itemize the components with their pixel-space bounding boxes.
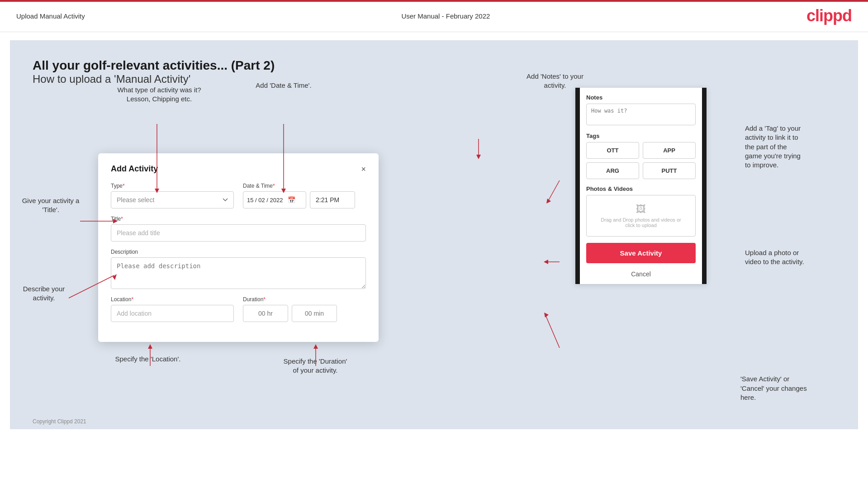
svg-marker-21 bbox=[544, 313, 549, 317]
annotation-title: Give your activity a 'Title'. bbox=[17, 196, 85, 215]
duration-hr-input[interactable] bbox=[243, 305, 288, 322]
photos-section: Photos & Videos 🖼 Drag and Drop photos a… bbox=[586, 185, 696, 237]
type-select[interactable]: Please select bbox=[111, 191, 234, 208]
modal-header: Add Activity × bbox=[111, 164, 366, 174]
annotation-tag: Add a 'Tag' to your activity to link it … bbox=[745, 124, 844, 170]
notes-section-label: Notes bbox=[586, 94, 696, 101]
location-label: Location* bbox=[111, 296, 234, 303]
annotation-activity-type: What type of activity was it? Lesson, Ch… bbox=[114, 85, 204, 104]
svg-line-20 bbox=[546, 316, 560, 348]
notes-textarea[interactable] bbox=[586, 104, 696, 125]
modal-title: Add Activity bbox=[111, 164, 158, 174]
page-title-block: All your golf-relevant activities... (Pa… bbox=[33, 58, 835, 85]
phone-content: Notes Tags OTT APP ARG PUTT Photos & Vid… bbox=[580, 88, 702, 280]
tags-grid: OTT APP ARG PUTT bbox=[586, 142, 696, 179]
upload-label: Upload Manual Activity bbox=[16, 12, 85, 20]
type-label: Type* bbox=[111, 183, 234, 189]
annotation-duration: Specify the 'Duration' of your activity. bbox=[263, 357, 367, 375]
duration-min-input[interactable] bbox=[292, 305, 337, 322]
calendar-icon: 📅 bbox=[288, 196, 295, 204]
type-datetime-row: Type* Please select Date & Time* 15 / 02… bbox=[111, 183, 366, 208]
svg-marker-9 bbox=[148, 344, 152, 349]
tag-arg[interactable]: ARG bbox=[586, 162, 639, 179]
photo-icon: 🖼 bbox=[591, 204, 691, 215]
annotation-save-cancel: 'Save Activity' or 'Cancel' your changes… bbox=[740, 374, 849, 402]
title-label: Title* bbox=[111, 216, 366, 222]
footer: Copyright Clippd 2021 bbox=[33, 418, 86, 425]
page-title-main: All your golf-relevant activities... (Pa… bbox=[33, 58, 835, 73]
annotation-describe: Describe your activity. bbox=[10, 284, 78, 303]
logo: clippd bbox=[806, 6, 852, 25]
duration-inputs bbox=[243, 305, 366, 322]
tag-app[interactable]: APP bbox=[643, 142, 696, 159]
main-content: All your golf-relevant activities... (Pa… bbox=[10, 40, 858, 429]
annotation-date-time: Add 'Date & Time'. bbox=[241, 81, 327, 90]
time-input[interactable]: 2:21 PM bbox=[310, 191, 355, 208]
datetime-inputs: 15 / 02 / 2022 📅 2:21 PM bbox=[243, 191, 366, 208]
svg-line-16 bbox=[548, 180, 560, 201]
save-activity-button[interactable]: Save Activity bbox=[586, 243, 696, 263]
description-textarea[interactable] bbox=[111, 257, 366, 289]
tag-putt[interactable]: PUTT bbox=[643, 162, 696, 179]
manual-label: User Manual - February 2022 bbox=[401, 12, 490, 20]
tags-section-label: Tags bbox=[586, 133, 696, 139]
description-group: Description bbox=[111, 249, 366, 289]
type-group: Type* Please select bbox=[111, 183, 234, 208]
page-title-sub: How to upload a 'Manual Activity' bbox=[33, 73, 835, 85]
top-bar: Upload Manual Activity User Manual - Feb… bbox=[0, 0, 868, 32]
annotation-upload: Upload a photo or video to the activity. bbox=[745, 248, 844, 267]
duration-label: Duration* bbox=[243, 296, 366, 303]
title-group: Title* bbox=[111, 216, 366, 242]
cancel-link[interactable]: Cancel bbox=[586, 268, 696, 280]
svg-marker-12 bbox=[313, 344, 318, 349]
title-input[interactable] bbox=[111, 224, 366, 242]
add-activity-modal: Add Activity × Type* Please select Date … bbox=[98, 153, 379, 342]
location-group: Location* bbox=[111, 296, 234, 322]
datetime-label: Date & Time* bbox=[243, 183, 366, 189]
location-duration-row: Location* Duration* bbox=[111, 296, 366, 322]
location-input[interactable] bbox=[111, 305, 234, 322]
photos-drop-text: Drag and Drop photos and videos or click… bbox=[591, 217, 691, 228]
photos-dropzone[interactable]: 🖼 Drag and Drop photos and videos or cli… bbox=[586, 195, 696, 237]
modal-close-button[interactable]: × bbox=[361, 165, 366, 173]
datetime-group: Date & Time* 15 / 02 / 2022 📅 2:21 PM bbox=[243, 183, 366, 208]
date-input[interactable]: 15 / 02 / 2022 📅 bbox=[243, 191, 306, 208]
phone-panel: Notes Tags OTT APP ARG PUTT Photos & Vid… bbox=[575, 88, 707, 284]
photos-label: Photos & Videos bbox=[586, 185, 696, 192]
description-label: Description bbox=[111, 249, 366, 255]
annotation-location: Specify the 'Location'. bbox=[105, 355, 191, 364]
tag-ott[interactable]: OTT bbox=[586, 142, 639, 159]
svg-marker-17 bbox=[546, 199, 551, 204]
svg-marker-15 bbox=[476, 155, 481, 159]
svg-marker-19 bbox=[544, 260, 548, 264]
duration-group: Duration* bbox=[243, 296, 366, 322]
